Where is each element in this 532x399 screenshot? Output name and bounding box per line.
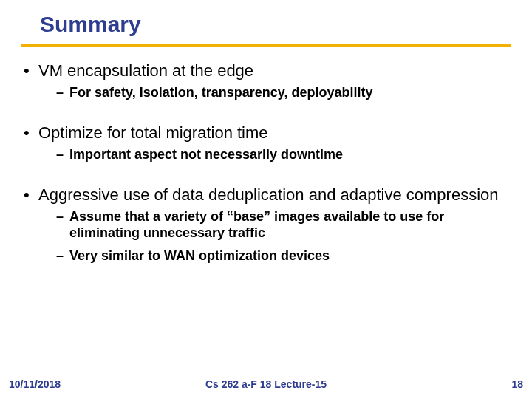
title-underline (21, 44, 511, 47)
bullet-3-sub-2: Very similar to WAN optimization devices (22, 248, 510, 265)
bullet-2-sub-1: Important aspect not necessarily downtim… (22, 146, 510, 163)
bullet-1-sub-1: For safety, isolation, transparency, dep… (22, 84, 510, 101)
bullet-1: VM encapsulation at the edge (22, 61, 510, 81)
slide-content: VM encapsulation at the edge For safety,… (22, 58, 510, 265)
bullet-2: Optimize for total migration time (22, 123, 510, 143)
footer-center: Cs 262 a-F 18 Lecture-15 (0, 378, 532, 390)
slide: Summary VM encapsulation at the edge For… (0, 0, 532, 399)
slide-title: Summary (40, 12, 141, 37)
bullet-3-sub-1: Assume that a variety of “base” images a… (22, 208, 510, 242)
footer-page-number: 18 (511, 378, 523, 390)
bullet-3: Aggressive use of data deduplication and… (22, 185, 510, 205)
